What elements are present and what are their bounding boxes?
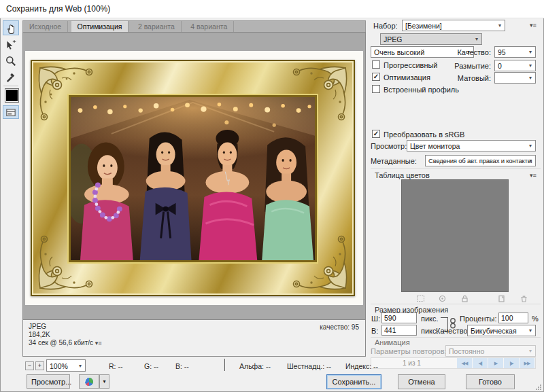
chevron-down-icon: ▾ [75, 360, 85, 370]
hand-tool-button[interactable] [3, 20, 19, 35]
framed-photo [69, 95, 317, 262]
chevron-down-icon: ▾ [526, 73, 535, 83]
section-divider [371, 168, 541, 169]
preview-panel[interactable]: JPEG 184,2K 34 сек @ 56,6 кбит/с ▾≡ каче… [22, 32, 366, 357]
preview-tabs: Исходное Оптимизация 2 варианта 4 вариан… [22, 20, 366, 33]
quality-select[interactable]: 95 ▾ [494, 46, 536, 58]
preview-mode-select[interactable]: Цвет монитора ▾ [407, 140, 536, 152]
done-button[interactable]: Готово [466, 374, 515, 389]
info-index: Индекс: -- [345, 362, 378, 370]
progressive-checkbox[interactable] [372, 60, 380, 69]
quality-label: Качество: [437, 48, 491, 56]
color-table-menu-icon[interactable]: ▾≡ [530, 172, 537, 179]
previous-frame-icon: ◀| [473, 358, 488, 368]
loop-options-label: Параметры повторов: [371, 347, 447, 355]
zoom-out-button[interactable]: − [25, 361, 34, 370]
chevron-down-icon: ▾ [526, 346, 535, 356]
loop-options-select: Постоянно ▾ [445, 345, 536, 357]
percent-unit-label: % [532, 315, 539, 323]
metadata-label: Метаданные: [371, 157, 417, 165]
status-menu-icon[interactable]: ▾≡ [95, 340, 102, 346]
document-canvas [25, 51, 363, 305]
zoom-level-select[interactable]: 100% ▾ [46, 359, 86, 372]
zoom-tool-button[interactable] [3, 53, 19, 68]
eyedropper-color-swatch[interactable] [5, 88, 19, 103]
metadata-select[interactable]: Сведения об авт. правах и контакты ▾ [425, 155, 536, 166]
delete-color-icon[interactable] [520, 294, 528, 303]
new-color-icon[interactable] [497, 294, 506, 303]
first-frame-icon: ◀◀ [457, 358, 472, 368]
tab-original[interactable]: Исходное [23, 21, 68, 32]
party-photo-image [71, 97, 315, 260]
cancel-button[interactable]: Отмена [398, 374, 445, 389]
tab-optimized[interactable]: Оптимизация [71, 21, 129, 32]
chevron-down-icon: ▾ [526, 47, 535, 57]
tab-4up[interactable]: 4 варианта [184, 21, 234, 32]
slice-select-tool-button[interactable] [3, 37, 19, 52]
slice-select-icon [5, 39, 17, 51]
chevron-down-icon: ▾ [526, 325, 535, 336]
save-button[interactable]: Сохранить... [326, 374, 381, 389]
convert-srgb-label: Преобразовать в sRGB [384, 130, 464, 139]
dialog-title: Сохранить для Web (100%) [6, 4, 110, 14]
preset-label: Набор: [373, 22, 398, 30]
browser-select-chevron[interactable]: ▾ [99, 374, 109, 389]
toolbar-divider [3, 86, 18, 86]
magnifier-icon [5, 55, 17, 67]
preview-mode-label: Просмотр: [371, 142, 407, 150]
width-input[interactable] [381, 313, 417, 323]
resize-grip[interactable] [535, 384, 541, 390]
save-for-web-dialog: Сохранить для Web (100%) И [0, 0, 544, 392]
blur-select[interactable]: 0 ▾ [494, 60, 536, 71]
snap-web-palette-icon[interactable] [416, 294, 425, 303]
play-icon: ▶ [488, 358, 503, 368]
browser-globe-icon [84, 376, 95, 387]
optimize-status-strip: JPEG 184,2K 34 сек @ 56,6 кбит/с ▾≡ каче… [23, 319, 365, 356]
gold-picture-frame [31, 60, 355, 296]
width-label: Ш: [371, 315, 380, 323]
embedded-profile-checkbox[interactable] [372, 85, 380, 93]
chevron-down-icon: ▾ [526, 60, 535, 71]
status-format: JPEG [29, 323, 46, 330]
eyedropper-tool-button[interactable] [3, 69, 19, 84]
color-table-swatches[interactable] [401, 179, 509, 292]
section-divider [371, 337, 541, 338]
preset-select[interactable]: [Безимени] ▾ [402, 20, 505, 31]
format-select[interactable]: JPEG ▾ [380, 33, 482, 45]
frame-counter: 1 из 1 [403, 359, 421, 367]
chevron-down-icon: ▾ [526, 141, 535, 151]
percent-label: Проценты: [460, 315, 497, 323]
slices-visibility-icon [5, 107, 17, 118]
resample-quality-label: Качество: [436, 327, 470, 335]
tab-2up[interactable]: 2 варианта [132, 21, 182, 32]
info-b: B: -- [175, 362, 189, 370]
title-bar: Сохранить для Web (100%) [0, 0, 544, 18]
color-table-title: Таблица цветов [375, 171, 430, 179]
hand-icon [5, 22, 17, 35]
next-frame-icon: |▶ [504, 358, 519, 368]
animation-playback-bar: 1 из 1 ◀◀◀|▶|▶▶▶ [371, 357, 536, 369]
optimized-checkbox[interactable]: ✓ [372, 73, 380, 81]
preview-in-browser-button[interactable]: Просмотр... [27, 374, 70, 389]
toggle-slices-visibility-button[interactable] [3, 105, 19, 119]
percent-input[interactable] [498, 313, 528, 323]
matte-select[interactable]: ▾ [494, 72, 536, 84]
matte-label: Матовый: [437, 74, 491, 82]
section-divider [371, 304, 541, 304]
optimize-menu-icon[interactable]: ▾≡ [530, 22, 537, 29]
convert-srgb-checkbox[interactable]: ✓ [372, 130, 380, 138]
web-shift-icon[interactable] [438, 294, 447, 303]
resample-quality-select[interactable]: Бикубическая ▾ [467, 325, 536, 336]
chevron-down-icon: ▾ [526, 156, 535, 166]
optimized-label: Оптимизация [384, 73, 430, 82]
status-download-time: 34 сек @ 56,6 кбит/с ▾≡ [29, 339, 102, 346]
browser-select-button[interactable] [79, 374, 99, 389]
lock-color-icon[interactable] [460, 294, 469, 303]
status-file-size: 184,2K [29, 331, 50, 338]
progressive-label: Прогрессивный [384, 61, 438, 69]
embedded-profile-label: Встроенный профиль [384, 86, 459, 94]
info-alpha: Альфа: -- [239, 362, 271, 370]
animation-title: Анимация [375, 338, 410, 346]
height-input[interactable] [381, 325, 417, 336]
zoom-in-button[interactable]: + [35, 361, 44, 370]
